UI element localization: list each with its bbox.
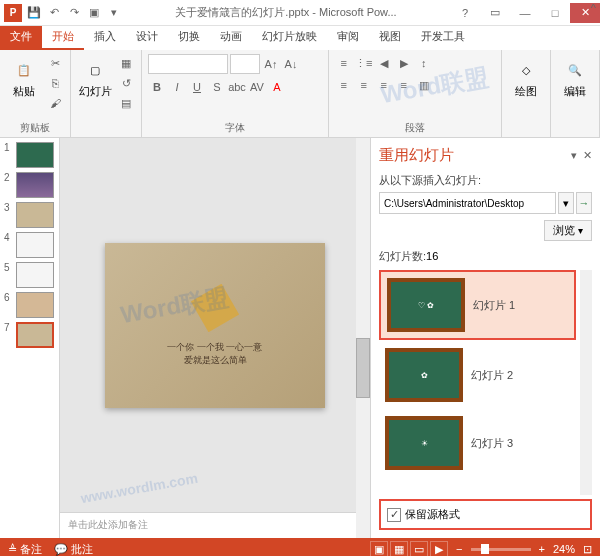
align-right-button[interactable]: ≡ <box>375 76 393 94</box>
vertical-scrollbar[interactable] <box>356 138 370 538</box>
undo-icon[interactable]: ↶ <box>46 5 62 21</box>
zoom-level[interactable]: 24% <box>553 543 575 555</box>
layout-button[interactable]: ▦ <box>117 54 135 72</box>
align-left-button[interactable]: ≡ <box>335 76 353 94</box>
spacing-button[interactable]: AV <box>248 78 266 96</box>
thumb-4 <box>16 232 54 258</box>
font-size-select[interactable] <box>230 54 260 74</box>
count-value: 16 <box>426 250 438 262</box>
reuse-slide-item[interactable]: ✿ 幻灯片 2 <box>379 342 576 408</box>
slide-canvas[interactable]: 一个你 一个我 一心一意 爱就是这么简单 <box>60 138 370 512</box>
quick-access-toolbar: P 💾 ↶ ↷ ▣ ▾ <box>0 4 122 22</box>
shadow-button[interactable]: abc <box>228 78 246 96</box>
zoom-slider[interactable] <box>471 548 531 551</box>
thumbnail-item[interactable]: 6 <box>4 292 55 318</box>
thumbnail-item[interactable]: 4 <box>4 232 55 258</box>
justify-button[interactable]: ≡ <box>395 76 413 94</box>
thumbnail-item[interactable]: 2 <box>4 172 55 198</box>
line-spacing-button[interactable]: ↕ <box>415 54 433 72</box>
tab-slideshow[interactable]: 幻灯片放映 <box>252 26 327 50</box>
panel-title: 重用幻灯片 <box>379 146 454 165</box>
italic-button[interactable]: I <box>168 78 186 96</box>
thumbnail-item[interactable]: 5 <box>4 262 55 288</box>
status-comments[interactable]: 💬 批注 <box>54 542 93 557</box>
slide-text-2: 爱就是这么简单 <box>184 354 247 368</box>
ribbon-tabs: 文件 开始 插入 设计 切换 动画 幻灯片放映 审阅 视图 开发工具 <box>0 26 600 50</box>
font-color-button[interactable]: A <box>268 78 286 96</box>
reset-button[interactable]: ↺ <box>117 74 135 92</box>
format-painter-button[interactable]: 🖌 <box>46 94 64 112</box>
notes-pane[interactable]: 单击此处添加备注 <box>60 512 370 538</box>
thumbnail-item[interactable]: 7 <box>4 322 55 348</box>
status-notes[interactable]: ≜ 备注 <box>8 542 42 557</box>
ribbon-options-button[interactable]: ▭ <box>480 3 510 23</box>
reuse-slide-item[interactable]: ☀ 幻灯片 3 <box>379 410 576 476</box>
source-label: 从以下源插入幻灯片: <box>379 173 592 188</box>
align-center-button[interactable]: ≡ <box>355 76 373 94</box>
group-paragraph: ≡ ⋮≡ ◀ ▶ ↕ ≡ ≡ ≡ ≡ ▥ 段落 <box>329 50 502 137</box>
section-button[interactable]: ▤ <box>117 94 135 112</box>
drawing-button[interactable]: ◇ 绘图 <box>508 54 544 133</box>
normal-view-button[interactable]: ▣ <box>370 541 388 556</box>
qat-dropdown-icon[interactable]: ▾ <box>106 5 122 21</box>
bold-button[interactable]: B <box>148 78 166 96</box>
minimize-button[interactable]: — <box>510 3 540 23</box>
decrease-font-button[interactable]: A↓ <box>282 55 300 73</box>
clipboard-label: 剪贴板 <box>0 121 70 135</box>
tab-design[interactable]: 设计 <box>126 26 168 50</box>
tab-insert[interactable]: 插入 <box>84 26 126 50</box>
slideshow-view-button[interactable]: ▶ <box>430 541 448 556</box>
zoom-out-button[interactable]: − <box>456 543 462 555</box>
maximize-button[interactable]: □ <box>540 3 570 23</box>
tab-file[interactable]: 文件 <box>0 26 42 50</box>
save-icon[interactable]: 💾 <box>26 5 42 21</box>
tab-view[interactable]: 视图 <box>369 26 411 50</box>
tab-transitions[interactable]: 切换 <box>168 26 210 50</box>
copy-button[interactable]: ⎘ <box>46 74 64 92</box>
cut-button[interactable]: ✂ <box>46 54 64 72</box>
increase-indent-button[interactable]: ▶ <box>395 54 413 72</box>
new-slide-button[interactable]: ▢ 幻灯片 <box>77 54 113 133</box>
fit-view-button[interactable]: ⊡ <box>583 543 592 556</box>
tab-developer[interactable]: 开发工具 <box>411 26 475 50</box>
panel-close-icon[interactable]: ✕ <box>583 149 592 162</box>
increase-font-button[interactable]: A↑ <box>262 55 280 73</box>
paste-label: 粘贴 <box>13 84 35 99</box>
numbering-button[interactable]: ⋮≡ <box>355 54 373 72</box>
thumb-3 <box>16 202 54 228</box>
sorter-view-button[interactable]: ▦ <box>390 541 408 556</box>
tab-animations[interactable]: 动画 <box>210 26 252 50</box>
editing-button[interactable]: 🔍 编辑 <box>557 54 593 133</box>
paste-icon: 📋 <box>12 58 36 82</box>
collapse-ribbon-button[interactable]: ^ <box>591 2 596 14</box>
decrease-indent-button[interactable]: ◀ <box>375 54 393 72</box>
columns-button[interactable]: ▥ <box>415 76 433 94</box>
source-path-input[interactable] <box>379 192 556 214</box>
tab-review[interactable]: 审阅 <box>327 26 369 50</box>
slideshow-icon[interactable]: ▣ <box>86 5 102 21</box>
reuse-slide-name: 幻灯片 3 <box>471 436 513 451</box>
help-button[interactable]: ? <box>450 3 480 23</box>
thumb-1 <box>16 142 54 168</box>
thumb-7 <box>16 322 54 348</box>
browse-button[interactable]: 浏览 ▾ <box>544 220 592 241</box>
ribbon: 📋 粘贴 ✂ ⎘ 🖌 剪贴板 ▢ 幻灯片 ▦ ↺ ▤ <box>0 50 600 138</box>
paragraph-group-label: 段落 <box>329 121 501 135</box>
zoom-in-button[interactable]: + <box>539 543 545 555</box>
path-dropdown-button[interactable]: ▾ <box>558 192 574 214</box>
reading-view-button[interactable]: ▭ <box>410 541 428 556</box>
strikethrough-button[interactable]: S <box>208 78 226 96</box>
list-scrollbar[interactable] <box>580 270 592 495</box>
underline-button[interactable]: U <box>188 78 206 96</box>
keep-format-row[interactable]: ✓ 保留源格式 <box>379 499 592 530</box>
path-go-button[interactable]: → <box>576 192 592 214</box>
keep-format-checkbox[interactable]: ✓ <box>387 508 401 522</box>
thumbnail-item[interactable]: 1 <box>4 142 55 168</box>
thumbnail-item[interactable]: 3 <box>4 202 55 228</box>
bullets-button[interactable]: ≡ <box>335 54 353 72</box>
panel-dropdown-icon[interactable]: ▾ <box>571 149 577 162</box>
font-family-select[interactable] <box>148 54 228 74</box>
tab-home[interactable]: 开始 <box>42 26 84 50</box>
redo-icon[interactable]: ↷ <box>66 5 82 21</box>
reuse-slide-item[interactable]: ♡ ✿ 幻灯片 1 <box>379 270 576 340</box>
